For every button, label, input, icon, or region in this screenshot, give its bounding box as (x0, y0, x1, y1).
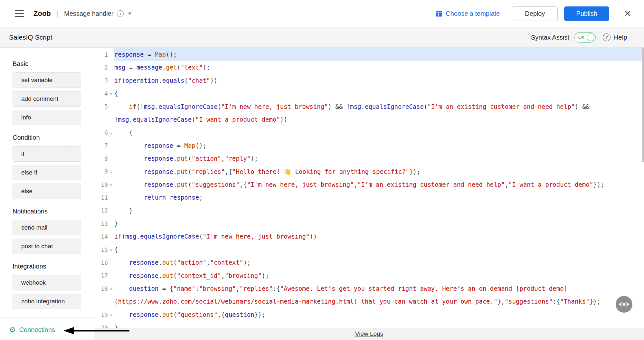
sidebar-section: Notificationssend mailpost to chat (0, 208, 94, 254)
block-item-post-to-chat[interactable]: post to chat (13, 239, 81, 254)
separator: | (57, 10, 58, 17)
code-line[interactable]: 4▾{ (94, 87, 644, 100)
fold-caret-icon[interactable]: ▾ (108, 312, 114, 317)
code-text: { (114, 243, 644, 256)
code-text: response.put("questions",{question}); (114, 308, 644, 321)
close-icon[interactable]: ✕ (624, 9, 631, 18)
menu-icon[interactable] (15, 10, 24, 17)
handler-title: Message handler (64, 10, 113, 17)
code-area: 1response = Map();2msg = message.get("te… (94, 48, 644, 328)
section-header: Condition (13, 134, 94, 141)
help-label: Help (613, 33, 627, 41)
gear-icon: ⚙ (9, 326, 16, 334)
code-line[interactable]: 15▾{ (94, 243, 644, 256)
help-button[interactable]: ? Help (603, 33, 627, 41)
footer-bar: View Logs (94, 328, 644, 340)
line-number: 9 (94, 168, 108, 175)
line-number: 16 (94, 259, 108, 266)
code-line[interactable]: 16 response.put("action","context"); (94, 256, 644, 269)
block-item-webhook[interactable]: webhook (13, 275, 81, 290)
code-line[interactable]: 6▾ { (94, 126, 644, 139)
code-line[interactable]: 18▾ question = {"name":"browsing","repli… (94, 282, 644, 295)
line-number: 4 (94, 90, 108, 97)
code-text: { (114, 126, 644, 139)
block-item-zoho-integration[interactable]: zoho integration (13, 294, 81, 309)
code-line[interactable]: 3if(operation.equals("chat")) (94, 74, 644, 87)
syntax-assist-toggle[interactable]: On (574, 32, 596, 42)
section-header: Integrations (13, 263, 94, 270)
bot-name: Zoob (33, 9, 51, 18)
fold-caret-icon[interactable]: ▾ (108, 247, 114, 252)
vertical-scrollbar[interactable] (642, 47, 644, 162)
code-editor[interactable]: 1response = Map();2msg = message.get("te… (94, 47, 644, 328)
code-text: response.put("action","reply"); (114, 152, 644, 165)
block-item-send-mail[interactable]: send mail (13, 220, 81, 235)
line-number: 5 (94, 103, 108, 110)
line-number: 6 (94, 129, 108, 136)
line-number: 17 (94, 272, 108, 279)
code-text: response.put("action","context"); (114, 256, 644, 269)
code-line[interactable]: 8 response.put("action","reply"); (94, 152, 644, 165)
block-item-add-comment[interactable]: add comment (13, 91, 81, 107)
help-icon: ? (603, 33, 611, 41)
fold-caret-icon[interactable]: ▾ (108, 90, 114, 96)
sidebar-section: Integrationswebhookzoho integration (0, 263, 94, 309)
line-number: 18 (94, 285, 108, 292)
code-line[interactable]: 20} (94, 321, 644, 328)
fold-gutter (108, 80, 114, 81)
code-text: if(!msg.equalsIgnoreCase("I'm new here, … (114, 100, 644, 113)
code-line[interactable]: 10▾ response.put("suggestions",{"I'm new… (94, 178, 644, 191)
code-text: question = {"name":"browsing","replies":… (114, 282, 644, 295)
code-line[interactable]: 7 response = Map(); (94, 139, 644, 152)
sidebar-section: Conditionifelse ifelse (0, 134, 94, 199)
line-number: 20 (94, 324, 108, 328)
block-item-else-if[interactable]: else if (13, 165, 81, 180)
code-text: response.put("replies",{"Hello there! 👋 … (114, 165, 644, 178)
code-line[interactable]: (https://www.zoho.com/social/webinars/so… (94, 295, 644, 308)
line-number: 15 (94, 246, 108, 253)
publish-button[interactable]: Publish (564, 6, 609, 21)
code-line[interactable]: 11 return response; (94, 191, 644, 204)
choose-template-button[interactable]: Choose a template (436, 10, 500, 17)
toggle-knob (587, 33, 594, 41)
code-line[interactable]: 1response = Map(); (94, 48, 644, 61)
line-number: 2 (94, 64, 108, 71)
line-number: 8 (94, 155, 108, 162)
code-line[interactable]: 14if(msg.equalsIgnoreCase("I'm new here,… (94, 230, 644, 243)
block-item-set-variable[interactable]: set variable (13, 72, 81, 88)
block-item-else[interactable]: else (13, 184, 81, 199)
preview-eye-button[interactable] (616, 296, 632, 313)
code-line[interactable]: !msg.equalsIgnoreCase("I want a product … (94, 113, 644, 126)
fold-caret-icon[interactable]: ▾ (108, 286, 114, 291)
code-line[interactable]: 2msg = message.get("text"); (94, 61, 644, 74)
code-line[interactable]: 5 if(!msg.equalsIgnoreCase("I'm new here… (94, 100, 644, 113)
line-number: 13 (94, 220, 108, 227)
fold-gutter (108, 210, 114, 211)
fold-caret-icon[interactable]: ▾ (108, 182, 114, 187)
code-line[interactable]: 9▾ response.put("replies",{"Hello there!… (94, 165, 644, 178)
deploy-button[interactable]: Deploy (512, 6, 558, 21)
connections-link[interactable]: ⚙ Connections (9, 324, 55, 335)
block-item-if[interactable]: if (13, 146, 81, 162)
fold-gutter (108, 275, 114, 276)
code-line[interactable]: 19▾ response.put("questions",{question})… (94, 308, 644, 321)
toggle-state-label: On (578, 35, 584, 40)
fold-gutter (108, 301, 114, 302)
line-number: 1 (94, 51, 108, 58)
line-number: 11 (94, 194, 108, 201)
block-item-info[interactable]: info (13, 110, 81, 125)
code-text: response.put("suggestions",{"I'm new her… (114, 178, 644, 191)
fold-caret-icon[interactable]: ▾ (108, 130, 114, 136)
line-number: 12 (94, 207, 108, 214)
info-icon[interactable]: i (117, 10, 124, 17)
page-title: SalesIQ Script (9, 33, 52, 41)
fold-gutter (108, 223, 114, 224)
view-logs-link[interactable]: View Logs (355, 330, 383, 337)
chevron-down-icon[interactable] (128, 13, 132, 15)
code-line[interactable]: 12 } (94, 204, 644, 217)
fold-gutter (108, 54, 114, 55)
code-line[interactable]: 17 response.put("context_id","browsing")… (94, 269, 644, 282)
code-text: } (114, 321, 644, 328)
fold-caret-icon[interactable]: ▾ (108, 169, 114, 175)
code-line[interactable]: 13} (94, 217, 644, 230)
